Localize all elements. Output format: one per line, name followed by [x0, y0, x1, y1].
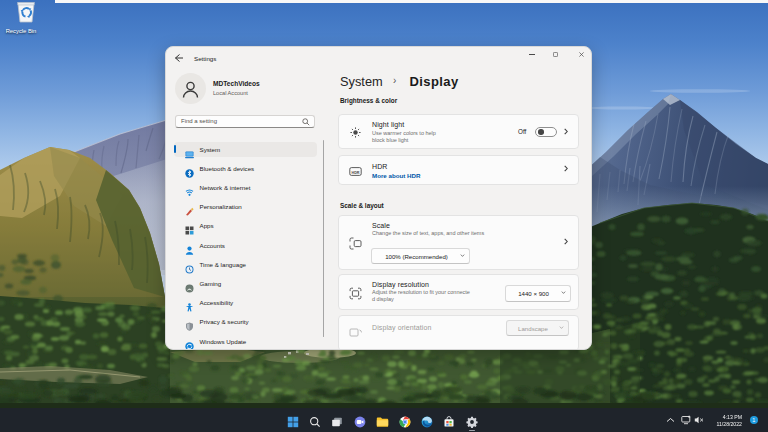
svg-text:HDR: HDR — [351, 170, 359, 174]
